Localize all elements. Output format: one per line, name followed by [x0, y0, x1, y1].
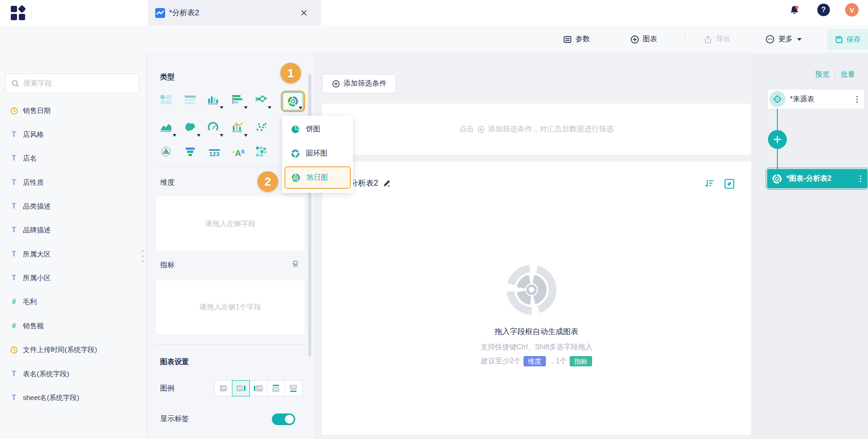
sunburst-placeholder-graphic	[505, 263, 558, 317]
chart-type-gauge-icon[interactable]	[207, 121, 222, 136]
chart-type-area-icon[interactable]	[160, 121, 175, 136]
legend-top-button[interactable]	[267, 380, 285, 396]
text-field-icon: T	[10, 178, 18, 187]
export-label: 导出	[716, 35, 730, 44]
node-menu-icon[interactable]	[858, 174, 863, 184]
help-glyph: ?	[821, 6, 826, 14]
text-field-icon: T	[10, 202, 18, 210]
search-icon	[11, 79, 19, 87]
field-item[interactable]: T 品类描述	[10, 200, 51, 212]
top-bar: *分析表2 ? V	[0, 0, 868, 26]
field-item[interactable]: T 所属大区	[10, 248, 51, 260]
chart-config-panel: 类型	[147, 53, 314, 439]
app-logo[interactable]	[11, 6, 25, 20]
chart-type-mosaic-icon[interactable]	[255, 145, 270, 161]
notification-bell-icon[interactable]	[789, 4, 800, 16]
field-label: 毛利	[23, 297, 37, 307]
field-label: 销售额	[23, 322, 44, 331]
field-search[interactable]	[5, 74, 139, 93]
field-item[interactable]: 文件上传时间(系统字段)	[10, 344, 97, 356]
legend-left-button[interactable]	[249, 380, 267, 396]
logo-square	[19, 14, 25, 20]
node-menu-icon[interactable]	[855, 94, 859, 104]
chart-type-map-icon[interactable]	[184, 121, 199, 136]
donut-icon	[291, 149, 300, 158]
dropdown-item-donut[interactable]: 圆环图	[282, 143, 353, 163]
chart-type-scatter-icon[interactable]	[255, 121, 270, 136]
measure-dropzone[interactable]: 请拖入左侧1个字段	[156, 280, 305, 334]
hint-prefix: 建议至少2个	[481, 356, 521, 366]
flow-node-source-table[interactable]: *来源表	[768, 90, 864, 109]
search-input[interactable]	[23, 79, 133, 87]
field-item[interactable]: T 店风格	[10, 129, 44, 140]
save-icon	[835, 35, 843, 44]
chart-type-detail-table-icon[interactable]	[184, 93, 199, 109]
clear-broom-icon[interactable]	[291, 260, 300, 269]
chart-panel: -分析表2 拖入字段框自动生成图表 支持快捷键Ctrl、Shift多选字段拖入	[322, 161, 751, 435]
legend-bottom-button[interactable]	[284, 380, 302, 396]
expand-icon[interactable]	[724, 178, 735, 190]
chart-type-bar-icon[interactable]	[231, 93, 246, 109]
avatar-initial: V	[850, 6, 854, 14]
number-field-icon: #	[10, 298, 18, 306]
export-button: 导出	[703, 26, 730, 53]
show-label-toggle[interactable]	[272, 413, 295, 425]
chevron-down-icon	[268, 106, 271, 109]
sort-icon[interactable]	[703, 178, 715, 190]
chevron-down-icon	[220, 134, 223, 137]
dimension-section-title: 维度	[160, 178, 174, 187]
chevron-down-icon	[299, 107, 302, 109]
dropdown-item-sunburst-selected[interactable]: 旭日图	[284, 166, 351, 189]
chart-settings-title: 图表设置	[160, 357, 189, 367]
tab-analysis-sheet[interactable]: *分析表2	[148, 0, 321, 26]
field-item[interactable]: # 销售额	[10, 320, 44, 332]
field-item[interactable]: T 店性质	[10, 177, 44, 188]
chart-type-combo-icon[interactable]	[231, 121, 246, 136]
save-button[interactable]: 保存	[827, 29, 868, 50]
chevron-down-icon	[173, 134, 176, 137]
add-step-button[interactable]	[768, 130, 787, 149]
field-item[interactable]: T 品牌描述	[10, 224, 51, 236]
more-button[interactable]: 更多	[765, 26, 802, 53]
flow-node-chart-selected[interactable]: *图表-分析表2	[767, 169, 868, 188]
field-item[interactable]: T 表名(系统字段)	[10, 368, 69, 380]
field-item[interactable]: T sheet名(系统字段)	[10, 392, 79, 404]
dimension-dropzone[interactable]: 请拖入左侧字段	[156, 196, 305, 251]
metric-badge: 指标	[570, 356, 592, 366]
field-item[interactable]: T 所属小区	[10, 272, 51, 284]
flow-panel: 预览 批量 *来源表 *图表-分析表2	[754, 53, 868, 439]
field-item[interactable]: T 店名	[10, 152, 37, 164]
toggle-knob	[285, 415, 294, 424]
chart-type-wordcloud-icon[interactable]: cAB	[231, 145, 246, 161]
chart-type-sunburst-selected[interactable]	[281, 91, 305, 112]
legend-right-button[interactable]	[232, 380, 250, 396]
avatar[interactable]: V	[845, 3, 859, 17]
field-label: 所属大区	[23, 250, 51, 259]
edit-pencil-icon[interactable]	[383, 179, 391, 187]
tab-close-icon[interactable]	[301, 10, 307, 16]
field-item[interactable]: 销售日期	[10, 105, 51, 117]
chart-type-table-icon[interactable]	[160, 93, 175, 109]
help-icon[interactable]: ?	[817, 4, 830, 16]
chart-type-column-icon[interactable]	[207, 93, 222, 109]
add-filter-label: 添加筛选条件	[344, 79, 387, 88]
field-item[interactable]: # 毛利	[10, 296, 37, 308]
add-filter-button[interactable]: 添加筛选条件	[322, 74, 396, 93]
chart-type-funnel-icon[interactable]	[184, 145, 199, 161]
chart-type-kpi-icon[interactable]: 123	[207, 145, 222, 161]
chart-type-radar-icon[interactable]	[160, 145, 175, 161]
number-field-icon: #	[10, 322, 18, 330]
pie-icon	[291, 125, 300, 134]
field-label: 品类描述	[23, 202, 51, 211]
dropdown-item-pie[interactable]: 饼图	[282, 119, 353, 139]
preview-tab[interactable]: 预览	[815, 70, 829, 79]
chart-type-line-icon[interactable]	[255, 93, 270, 109]
date-field-icon	[10, 107, 18, 115]
field-label: 销售日期	[23, 106, 51, 116]
batch-tab[interactable]: 批量	[841, 70, 855, 79]
legend-none-button[interactable]	[214, 380, 232, 396]
chart-button[interactable]: 图表	[630, 26, 657, 53]
panel-resize-handle[interactable]	[141, 248, 144, 264]
empty-state-hint: 建议至少2个 维度 ，1个 指标	[322, 356, 751, 366]
params-button[interactable]: 参数	[563, 26, 590, 53]
